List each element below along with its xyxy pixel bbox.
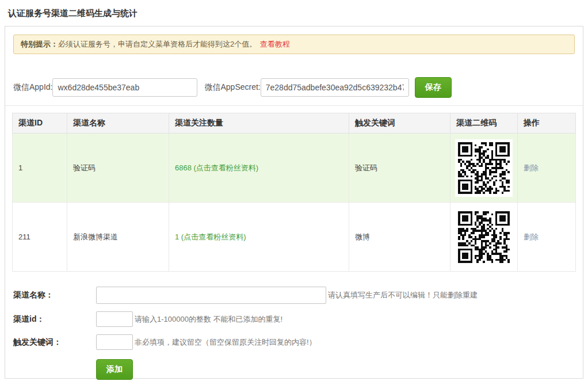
cell-channel-name: 新浪微博渠道 <box>67 203 169 272</box>
channel-name-row: 渠道名称： 请认真填写生产后不可以编辑！只能删除重建 <box>6 287 576 304</box>
qr-image <box>458 187 510 196</box>
trigger-keyword-input[interactable] <box>96 334 133 350</box>
delete-channel-link[interactable]: 删除 <box>524 163 539 172</box>
appid-label: 微信AppId: <box>13 82 52 93</box>
appsecret-label: 微信AppSecret: <box>204 82 260 93</box>
trigger-keyword-label: 触发关键词： <box>6 337 96 348</box>
appid-input[interactable] <box>52 78 197 97</box>
header-trigger-keyword: 触发关键词 <box>349 113 450 134</box>
channel-name-label: 渠道名称： <box>6 290 96 300</box>
follower-count-link[interactable]: 1 (点击查看粉丝资料) <box>175 233 246 241</box>
notice-prefix: 特别提示： <box>21 40 58 48</box>
trigger-keyword-row: 触发关键词： 非必填项，建议留空（留空保留原关注时回复的内容!） <box>6 334 576 350</box>
notice-message: 必须认证服务号，申请自定义菜单资格后才能得到这2个值。 <box>58 40 257 48</box>
page-title: 认证服务号渠道二维码生成与统计 <box>8 8 588 19</box>
channel-name-input[interactable] <box>96 287 326 304</box>
cell-trigger-keyword: 微博 <box>349 203 450 272</box>
channel-id-input[interactable] <box>96 311 133 327</box>
appsecret-input[interactable] <box>261 78 409 97</box>
qr-box <box>455 139 513 197</box>
channel-table: 渠道ID 渠道名称 渠道关注数量 触发关键词 渠道二维码 操作 1 验证码 68… <box>12 113 576 272</box>
channel-id-hint: 请输入1-100000的整数 不能和已添加的重复! <box>135 314 282 325</box>
view-tutorial-link[interactable]: 查看教程 <box>260 40 290 48</box>
notice-banner: 特别提示：必须认证服务号，申请自定义菜单资格后才能得到这2个值。 查看教程 <box>13 35 575 54</box>
follower-count-link[interactable]: 6868 (点击查看粉丝资料) <box>175 163 258 172</box>
delete-channel-link[interactable]: 删除 <box>524 233 539 241</box>
table-row: 1 验证码 6868 (点击查看粉丝资料) 验证码 删除 <box>13 134 576 203</box>
table-row: 211 新浪微博渠道 1 (点击查看粉丝资料) 微博 删除 <box>13 203 576 272</box>
cell-channel-name: 验证码 <box>67 134 169 203</box>
qr-box <box>455 208 513 266</box>
header-follow-count: 渠道关注数量 <box>169 113 349 134</box>
credentials-bar: 微信AppId: 微信AppSecret: 保存 <box>5 62 583 106</box>
trigger-keyword-hint: 非必填项，建议留空（留空保留原关注时回复的内容!） <box>135 337 316 348</box>
add-button[interactable]: 添加 <box>96 359 133 380</box>
header-channel-qrcode: 渠道二维码 <box>450 113 518 134</box>
channel-table-wrap: 渠道ID 渠道名称 渠道关注数量 触发关键词 渠道二维码 操作 1 验证码 68… <box>12 113 576 272</box>
add-channel-form: 渠道名称： 请认真填写生产后不可以编辑！只能删除重建 渠道id： 请输入1-10… <box>6 287 576 380</box>
header-actions: 操作 <box>518 113 576 134</box>
cell-channel-id: 211 <box>13 203 67 272</box>
cell-channel-id: 1 <box>13 134 67 203</box>
channel-id-label: 渠道id： <box>6 314 96 325</box>
qr-image <box>458 256 510 265</box>
cell-trigger-keyword: 验证码 <box>349 134 450 203</box>
header-channel-name: 渠道名称 <box>67 113 169 134</box>
header-channel-id: 渠道ID <box>13 113 67 134</box>
main-panel: 特别提示：必须认证服务号，申请自定义菜单资格后才能得到这2个值。 查看教程 微信… <box>5 26 583 379</box>
save-button[interactable]: 保存 <box>415 77 452 98</box>
channel-name-hint: 请认真填写生产后不可以编辑！只能删除重建 <box>328 290 478 300</box>
table-header-row: 渠道ID 渠道名称 渠道关注数量 触发关键词 渠道二维码 操作 <box>13 113 576 134</box>
channel-id-row: 渠道id： 请输入1-100000的整数 不能和已添加的重复! <box>6 311 576 327</box>
